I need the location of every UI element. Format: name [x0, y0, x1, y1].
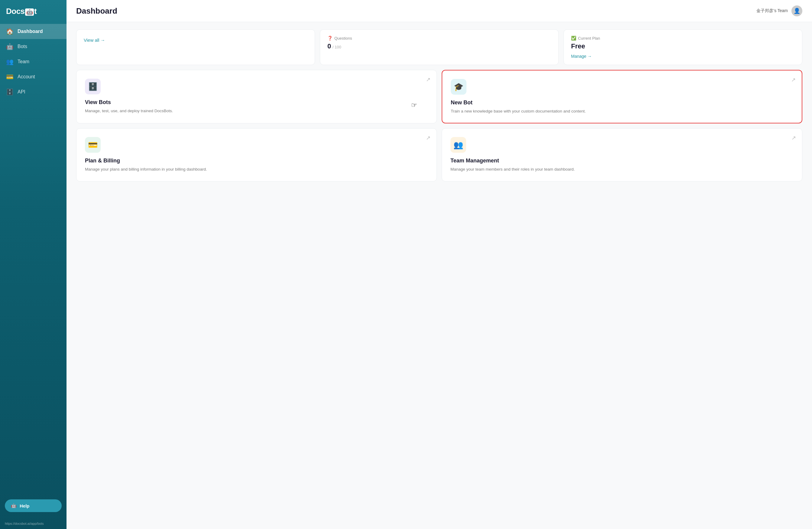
team-management-card[interactable]: ↗ 👥 Team Management Manage your team mem…	[442, 128, 802, 181]
sidebar-item-dashboard[interactable]: 🏠 Dashboard	[0, 24, 67, 39]
sidebar-item-label: Bots	[17, 44, 27, 49]
arrow-icon: ↗	[426, 76, 431, 83]
logo-bot-icon: 🤖	[25, 9, 34, 16]
team-management-title: Team Management	[450, 158, 794, 164]
logo[interactable]: Docs🤖t	[0, 0, 67, 22]
plan-billing-card[interactable]: ↗ 💳 Plan & Billing Manage your plans and…	[76, 128, 437, 181]
sidebar-nav: 🏠 Dashboard 🤖 Bots 👥 Team 💳 Account 🗄️ A…	[0, 22, 67, 493]
question-circle-icon: ❓	[328, 36, 333, 41]
plan-billing-title: Plan & Billing	[85, 158, 428, 164]
team-name: 金子邦彦's Team	[756, 8, 788, 14]
sidebar-item-account[interactable]: 💳 Account	[0, 69, 67, 84]
avatar[interactable]: 👤	[792, 5, 802, 16]
view-bots-title: View Bots	[85, 99, 428, 105]
view-all-link[interactable]: View all →	[84, 36, 307, 43]
sidebar-item-bots[interactable]: 🤖 Bots	[0, 39, 67, 54]
plan-card: ✅ Current Plan Free Manage →	[564, 29, 802, 65]
footer-url: https://docsbot.ai/app/bots	[0, 519, 67, 529]
team-icon: 👥	[6, 58, 13, 65]
stats-row: View all → ❓ Questions 0 / 100 ✅ Current…	[76, 29, 802, 65]
sidebar: Docs🤖t 🏠 Dashboard 🤖 Bots 👥 Team 💳 Accou…	[0, 0, 67, 529]
database-icon: 🗄️	[88, 82, 98, 91]
header: Dashboard 金子邦彦's Team 👤	[67, 0, 812, 22]
api-icon: 🗄️	[6, 88, 13, 96]
content: View all → ❓ Questions 0 / 100 ✅ Current…	[67, 22, 812, 529]
new-bot-desc: Train a new knowledge base with your cus…	[451, 108, 793, 114]
arrow-icon: ↗	[426, 134, 431, 141]
plan-value: Free	[571, 42, 795, 50]
main: Dashboard 金子邦彦's Team 👤 View all → ❓ Que…	[67, 0, 812, 529]
new-bot-card[interactable]: ↗ 🎓 New Bot Train a new knowledge base w…	[442, 70, 802, 124]
sidebar-item-label: Account	[17, 74, 35, 80]
sidebar-item-api[interactable]: 🗄️ API	[0, 84, 67, 100]
billing-icon: 💳	[88, 140, 98, 150]
view-bots-desc: Manage, test, use, and deploy trained Do…	[85, 108, 428, 114]
plan-billing-icon-wrap: 💳	[85, 137, 101, 153]
view-bots-card[interactable]: ↗ 🗄️ View Bots Manage, test, use, and de…	[76, 70, 437, 124]
action-grid: ↗ 🗄️ View Bots Manage, test, use, and de…	[76, 70, 802, 182]
sidebar-item-label: Team	[17, 59, 29, 65]
page-title: Dashboard	[76, 6, 117, 16]
header-right: 金子邦彦's Team 👤	[756, 5, 802, 16]
team-mgmt-icon: 👥	[453, 140, 463, 150]
view-all-text: View all →	[84, 38, 105, 43]
questions-value: 0 / 100	[328, 42, 551, 50]
questions-label: ❓ Questions	[328, 36, 551, 41]
plan-label: ✅ Current Plan	[571, 36, 795, 41]
home-icon: 🏠	[6, 28, 13, 35]
help-icon: 🤖	[11, 503, 17, 509]
arrow-icon: ↗	[791, 76, 796, 83]
graduation-icon: 🎓	[454, 82, 463, 92]
view-all-card[interactable]: View all →	[76, 29, 315, 65]
help-button[interactable]: 🤖 Help	[5, 499, 62, 512]
sidebar-item-label: API	[17, 89, 25, 95]
check-circle-icon: ✅	[571, 36, 576, 41]
plan-billing-desc: Manage your plans and billing informatio…	[85, 166, 428, 172]
sidebar-item-label: Dashboard	[17, 29, 43, 34]
manage-link[interactable]: Manage →	[571, 54, 795, 59]
questions-card: ❓ Questions 0 / 100	[320, 29, 559, 65]
new-bot-title: New Bot	[451, 100, 793, 106]
account-icon: 💳	[6, 73, 13, 81]
team-management-desc: Manage your team members and their roles…	[450, 166, 794, 172]
bots-icon: 🤖	[6, 43, 13, 50]
team-management-icon-wrap: 👥	[450, 137, 466, 153]
view-bots-icon-wrap: 🗄️	[85, 78, 101, 95]
new-bot-icon-wrap: 🎓	[451, 79, 466, 95]
arrow-icon: ↗	[792, 134, 796, 141]
sidebar-item-team[interactable]: 👥 Team	[0, 54, 67, 69]
help-label: Help	[20, 503, 30, 509]
